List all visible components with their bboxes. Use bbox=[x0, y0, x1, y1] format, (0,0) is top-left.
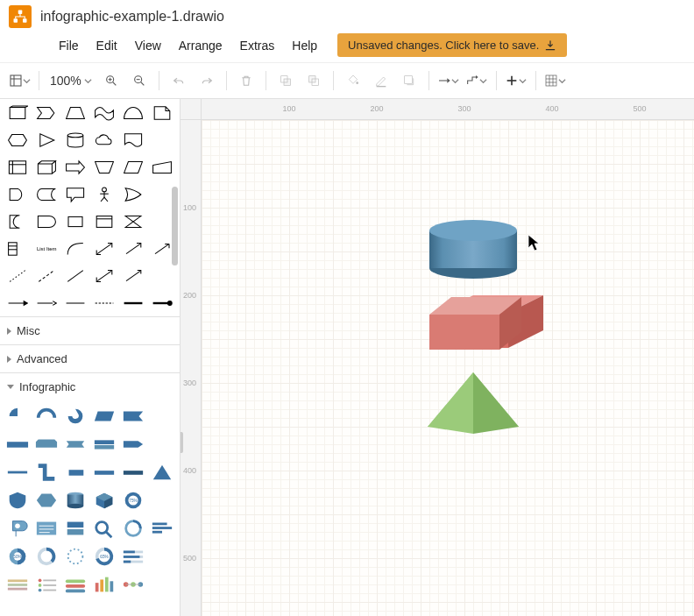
shape-triangle-right[interactable] bbox=[32, 126, 61, 153]
shape-curve[interactable] bbox=[61, 235, 90, 262]
ig-blank5[interactable] bbox=[149, 572, 174, 597]
ig-card-text[interactable] bbox=[34, 516, 60, 541]
view-mode-button[interactable] bbox=[7, 68, 32, 93]
ig-banner-double[interactable] bbox=[92, 432, 117, 457]
ig-columns[interactable] bbox=[92, 572, 117, 597]
waypoint-style-button[interactable] bbox=[464, 68, 489, 93]
ig-bar-dark[interactable] bbox=[120, 460, 145, 485]
shape-collate[interactable] bbox=[118, 208, 147, 235]
ig-arc[interactable] bbox=[34, 404, 60, 428]
shape-cube[interactable] bbox=[32, 153, 61, 181]
shape-internal-storage[interactable] bbox=[4, 153, 32, 181]
shape-window[interactable] bbox=[89, 208, 118, 235]
shape-arrow-thin[interactable] bbox=[118, 262, 147, 289]
ig-bar[interactable] bbox=[5, 432, 31, 457]
unsaved-changes-banner[interactable]: Unsaved changes. Click here to save. bbox=[337, 33, 567, 57]
app-logo[interactable] bbox=[9, 5, 32, 28]
ig-donut-partial[interactable] bbox=[63, 404, 89, 428]
shape-conn-3[interactable] bbox=[61, 289, 90, 316]
shape-card[interactable] bbox=[4, 99, 32, 126]
shape-and[interactable] bbox=[4, 181, 32, 208]
canvas-cylinder[interactable] bbox=[429, 220, 517, 279]
ig-bars-h[interactable] bbox=[149, 516, 174, 541]
shape-cylinder[interactable] bbox=[61, 126, 90, 153]
shape-data-storage[interactable] bbox=[32, 181, 61, 208]
undo-button[interactable] bbox=[166, 68, 191, 93]
canvas-pyramid[interactable] bbox=[428, 372, 519, 434]
shape-manual-input[interactable] bbox=[147, 153, 176, 181]
shape-step[interactable] bbox=[32, 99, 61, 126]
shape-line-diag[interactable] bbox=[61, 262, 90, 289]
to-front-button[interactable] bbox=[273, 68, 298, 93]
document-title[interactable]: infographic-example-1.drawio bbox=[40, 9, 224, 25]
shape-conn-5[interactable] bbox=[118, 289, 147, 316]
ig-blank4[interactable] bbox=[149, 544, 174, 569]
ig-legend[interactable] bbox=[34, 572, 60, 597]
menu-help[interactable]: Help bbox=[284, 35, 325, 56]
shape-parallelogram[interactable] bbox=[118, 153, 147, 181]
menu-edit[interactable]: Edit bbox=[89, 35, 125, 56]
shape-dotted-line[interactable] bbox=[4, 262, 32, 289]
shape-trapezoid-up[interactable] bbox=[61, 99, 90, 126]
ruler-horizontal[interactable]: 100 200 300 400 500 bbox=[202, 99, 694, 120]
ig-partial-circle[interactable] bbox=[34, 544, 60, 569]
ig-donut-thin[interactable] bbox=[120, 516, 145, 541]
sidebar-scrollbar[interactable] bbox=[172, 187, 178, 266]
zoom-in-button[interactable] bbox=[99, 68, 124, 93]
ig-blank2[interactable] bbox=[149, 432, 174, 457]
ig-line-h[interactable] bbox=[5, 460, 31, 485]
shape-conn-4[interactable] bbox=[89, 289, 118, 316]
ig-donut-65[interactable]: 65% bbox=[92, 544, 117, 569]
ig-donut-75[interactable]: 75% bbox=[120, 488, 145, 513]
shape-hexagon-h[interactable] bbox=[4, 126, 32, 153]
menu-arrange[interactable]: Arrange bbox=[171, 35, 230, 56]
ig-dotted-circle[interactable] bbox=[63, 544, 89, 569]
menu-view[interactable]: View bbox=[127, 35, 169, 56]
connection-style-button[interactable] bbox=[436, 68, 461, 93]
section-advanced[interactable]: Advanced bbox=[0, 345, 180, 372]
ig-banner-tail[interactable] bbox=[120, 432, 145, 457]
shape-trapezoid-down[interactable] bbox=[89, 153, 118, 181]
shape-conn-1[interactable] bbox=[4, 289, 32, 316]
shape-conn-6[interactable] bbox=[147, 289, 176, 316]
shadow-button[interactable] bbox=[397, 68, 421, 93]
ig-progress-bars[interactable] bbox=[120, 544, 145, 569]
ig-pills[interactable] bbox=[63, 572, 89, 597]
redo-button[interactable] bbox=[195, 68, 219, 93]
shape-callout[interactable] bbox=[61, 181, 90, 208]
section-misc[interactable]: Misc bbox=[0, 317, 180, 344]
menu-file[interactable]: File bbox=[51, 35, 87, 56]
shape-arrow-diag[interactable] bbox=[118, 235, 147, 262]
shape-document[interactable] bbox=[118, 126, 147, 153]
ig-tag-pin[interactable] bbox=[5, 516, 31, 541]
ig-micro-bars[interactable] bbox=[5, 572, 31, 597]
menu-extras[interactable]: Extras bbox=[232, 35, 283, 56]
shape-tape[interactable] bbox=[89, 99, 118, 126]
to-back-button[interactable] bbox=[301, 68, 326, 93]
ig-corner[interactable] bbox=[34, 460, 60, 485]
ig-triangle[interactable] bbox=[149, 460, 174, 485]
ig-stack-box[interactable] bbox=[63, 516, 89, 541]
shape-rect[interactable] bbox=[61, 208, 90, 235]
zoom-selector[interactable]: 100% bbox=[46, 74, 96, 88]
shape-cloud[interactable] bbox=[89, 126, 118, 153]
fill-color-button[interactable] bbox=[341, 68, 365, 93]
ig-hex[interactable] bbox=[34, 488, 60, 513]
shape-blank[interactable] bbox=[147, 126, 176, 153]
ig-cylinder-grad[interactable] bbox=[63, 488, 89, 513]
ig-magnifier[interactable] bbox=[92, 516, 117, 541]
shape-half-circle-left[interactable] bbox=[4, 208, 32, 235]
ig-shield[interactable] bbox=[5, 488, 31, 513]
ig-cube-iso[interactable] bbox=[92, 488, 117, 513]
ig-blank3[interactable] bbox=[149, 488, 174, 513]
sidebar-splitter[interactable] bbox=[181, 432, 183, 453]
shape-listitem[interactable]: List Item bbox=[32, 235, 61, 262]
ig-dots-chain[interactable] bbox=[120, 572, 145, 597]
shape-half-circle[interactable] bbox=[118, 99, 147, 126]
ruler-vertical[interactable]: 100 200 300 400 500 bbox=[181, 120, 202, 616]
delete-button[interactable] bbox=[234, 68, 258, 93]
ig-tag-small[interactable] bbox=[63, 460, 89, 485]
ig-bar-thin[interactable] bbox=[92, 460, 117, 485]
shape-dashed-line[interactable] bbox=[32, 262, 61, 289]
shape-conn-2[interactable] bbox=[32, 289, 61, 316]
